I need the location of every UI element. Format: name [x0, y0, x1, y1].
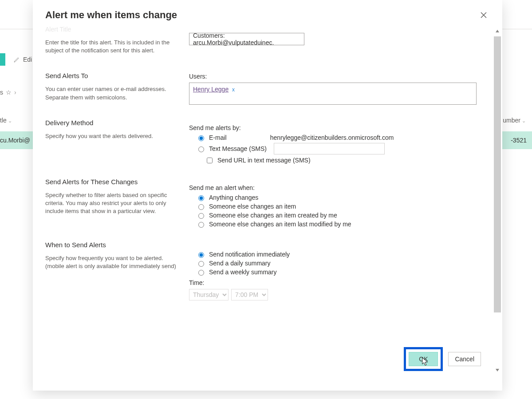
alert-title-desc: Enter the title for this alert. This is … [45, 39, 184, 55]
delivery-sms-url-row[interactable]: Send URL in text message (SMS) [205, 156, 490, 165]
changes-radio-3[interactable] [198, 222, 204, 228]
changes-option-label-0: Anything changes [209, 194, 258, 201]
section-when: When to Send Alerts Specify how frequent… [45, 241, 187, 300]
cancel-button-label: Cancel [455, 356, 474, 363]
alert-title-field: Customers: arcu.Morbi@vulputateduinec. [189, 26, 490, 60]
scroll-down-arrow[interactable] [494, 367, 501, 374]
changes-option-2[interactable]: Someone else changes an item created by … [196, 212, 490, 219]
delivery-sms-label: Text Message (SMS) [209, 145, 267, 152]
row-number: -3521 [511, 137, 527, 144]
edit-button-partial[interactable]: Edi [13, 56, 32, 63]
section-delivery: Delivery Method Specify how you want the… [45, 119, 187, 166]
ok-button[interactable]: OK [409, 352, 438, 366]
changes-radio-1[interactable] [198, 204, 204, 210]
dialog-body: Alert Title Enter the title for this ale… [33, 25, 502, 391]
delivery-field: Send me alerts by: E-mail henrylegge@cit… [189, 119, 490, 166]
breadcrumb-partial[interactable]: s ☆ › [0, 89, 16, 96]
chevron-down-icon: ⌄ [522, 118, 526, 123]
when-heading: When to Send Alerts [45, 241, 184, 249]
delivery-sms-url-checkbox[interactable] [207, 158, 213, 163]
time-selects: Thursday 7:00 PM [189, 289, 490, 300]
cancel-button[interactable]: Cancel [448, 352, 481, 366]
section-heading-cut: Alert Title [45, 26, 184, 33]
delivery-email-label: E-mail [209, 134, 227, 141]
edit-label: Edi [23, 56, 32, 63]
alert-dialog: Alert me when items change Alert Title E… [33, 0, 502, 391]
when-radio-1[interactable] [198, 261, 204, 267]
chevron-down-icon: ⌄ [8, 118, 12, 123]
user-chip[interactable]: Henry Legge x [193, 86, 235, 93]
user-chip-name[interactable]: Henry Legge [193, 86, 229, 93]
breadcrumb-tail: s [0, 89, 3, 96]
day-select[interactable]: Thursday [189, 289, 229, 300]
delivery-desc: Specify how you want the alerts delivere… [45, 132, 184, 140]
column-header-number-text: umber [503, 117, 520, 124]
send-to-heading: Send Alerts To [45, 72, 184, 79]
delivery-heading: Delivery Method [45, 119, 184, 126]
changes-option-label-2: Someone else changes an item created by … [209, 212, 337, 219]
dialog-title: Alert me when items change [45, 9, 177, 21]
when-desc: Specify how frequently you want to be al… [45, 254, 184, 270]
delivery-email-value: henrylegge@citizenbuilders.onmicrosoft.c… [270, 134, 394, 141]
delivery-email-row[interactable]: E-mail henrylegge@citizenbuilders.onmicr… [196, 134, 490, 141]
changes-option-label-3: Someone else changes an item last modifi… [209, 221, 351, 228]
section-send-to: Send Alerts To You can enter user names … [45, 72, 187, 107]
when-option-label-0: Send notification immediately [209, 251, 290, 258]
changes-option-label-1: Someone else changes an item [209, 203, 296, 210]
changes-option-3[interactable]: Someone else changes an item last modifi… [196, 221, 490, 228]
section-changes: Send Alerts for These Changes Specify wh… [45, 178, 187, 229]
pencil-icon [13, 56, 20, 63]
column-header-number[interactable]: umber⌄ [503, 117, 526, 124]
delivery-sms-url-label: Send URL in text message (SMS) [217, 157, 311, 164]
scroll-up-arrow[interactable] [494, 28, 501, 35]
when-radio-0[interactable] [198, 252, 204, 258]
when-option-label-2: Send a weekly summary [209, 269, 277, 276]
changes-option-1[interactable]: Someone else changes an item [196, 203, 490, 210]
changes-field: Send me an alert when: Anything changes … [189, 178, 490, 229]
scroll-thumb[interactable] [494, 36, 501, 312]
dialog-header: Alert me when items change [33, 0, 502, 25]
chevron-right-icon: › [14, 89, 16, 96]
column-header-title-text: tle [0, 117, 7, 124]
dialog-footer: OK Cancel [404, 347, 481, 371]
alert-title-value: Customers: arcu.Morbi@vulputateduinec. [193, 32, 300, 46]
ok-button-label: OK [419, 356, 428, 363]
when-option-0[interactable]: Send notification immediately [196, 251, 490, 258]
send-to-field: Users: Henry Legge x [189, 72, 490, 107]
changes-heading: Send Alerts for These Changes [45, 178, 184, 186]
users-input[interactable]: Henry Legge x [189, 83, 477, 105]
delivery-email-radio[interactable] [198, 135, 204, 141]
user-chip-remove[interactable]: x [232, 87, 235, 93]
users-label: Users: [189, 73, 490, 80]
changes-radio-0[interactable] [198, 195, 204, 201]
close-icon [480, 12, 487, 19]
send-to-desc: You can enter user names or e-mail addre… [45, 85, 184, 101]
row-title: cu.Morbi@ [0, 137, 30, 144]
when-option-label-1: Send a daily summary [209, 260, 271, 267]
time-label: Time: [189, 279, 490, 286]
selection-indicator [0, 53, 5, 66]
changes-radio-2[interactable] [198, 213, 204, 219]
when-radio-2[interactable] [198, 270, 204, 276]
alert-title-input[interactable]: Customers: arcu.Morbi@vulputateduinec. [189, 33, 304, 45]
time-select[interactable]: 7:00 PM [231, 289, 268, 300]
delivery-label: Send me alerts by: [189, 124, 490, 131]
delivery-sms-radio[interactable] [198, 146, 204, 152]
ok-highlight-box: OK [404, 347, 443, 371]
close-button[interactable] [477, 9, 490, 21]
when-option-1[interactable]: Send a daily summary [196, 260, 490, 267]
changes-desc: Specify whether to filter alerts based o… [45, 191, 184, 216]
column-header-title[interactable]: tle⌄ [0, 117, 12, 124]
delivery-sms-input[interactable] [274, 143, 385, 154]
delivery-sms-row[interactable]: Text Message (SMS) [196, 143, 490, 154]
when-option-2[interactable]: Send a weekly summary [196, 269, 490, 276]
changes-option-0[interactable]: Anything changes [196, 194, 490, 201]
star-icon: ☆ [6, 89, 12, 96]
when-field: Send notification immediately Send a dai… [189, 241, 490, 300]
changes-label: Send me an alert when: [189, 184, 490, 191]
section-alert-title: Alert Title Enter the title for this ale… [45, 26, 187, 60]
